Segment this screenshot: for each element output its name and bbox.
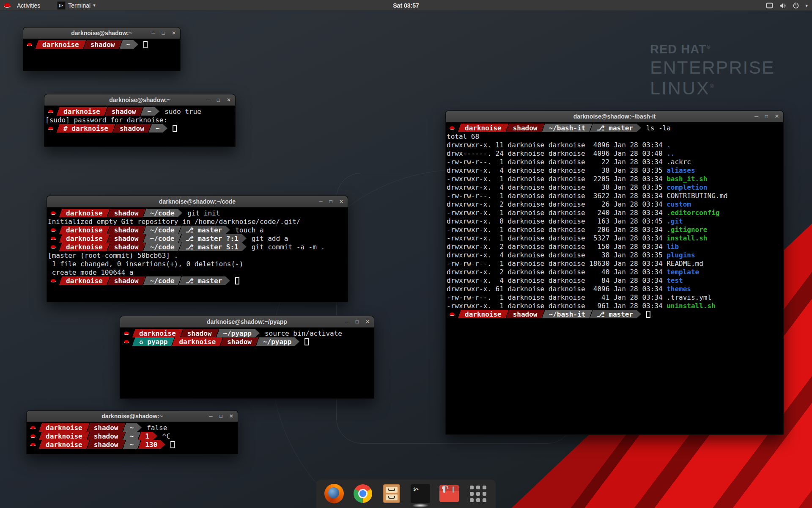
output-line: [sudo] password for darknoise: <box>45 116 234 124</box>
prompt-segment-user: darknoise <box>176 337 219 346</box>
prompt-separator <box>38 440 42 449</box>
terminal-content[interactable]: darknoiseshadow~falsedarknoiseshadow~1^C… <box>27 422 238 454</box>
minimize-button[interactable]: ─ <box>206 94 210 106</box>
firefox-icon[interactable] <box>324 483 344 504</box>
prompt-separator <box>86 432 91 440</box>
maximize-button[interactable]: □ <box>162 28 165 39</box>
close-button[interactable]: ✕ <box>365 316 370 328</box>
clock[interactable]: Sat 03:57 <box>393 2 419 9</box>
ls-row-filename: aliases <box>667 166 695 174</box>
ls-row-filename: themes <box>667 285 691 293</box>
command-text: source bin/activate <box>265 329 342 337</box>
prompt-segment-user: darknoise <box>42 440 86 449</box>
maximize-button[interactable]: □ <box>356 316 359 328</box>
terminal-window-code[interactable]: darknoise@shadow:~/code ─ □ ✕ darknoises… <box>47 196 348 302</box>
window-titlebar[interactable]: darknoise@shadow:~ ─ □ ✕ <box>44 94 235 106</box>
terminal-content[interactable]: darknoiseshadow~sudo true[sudo] password… <box>44 106 235 146</box>
minimize-button[interactable]: ─ <box>319 196 323 207</box>
minimize-button[interactable]: ─ <box>754 111 758 122</box>
window-titlebar[interactable]: darknoise@shadow:~ ─ □ ✕ <box>27 411 238 422</box>
terminal-content[interactable]: darknoiseshadow~/bash-it⎇ masterls -lato… <box>446 122 783 434</box>
ls-row-meta: drwxrwxr-x. 4 darknoise darknoise 38 Jan… <box>447 251 667 259</box>
prompt-segment-path: ~ <box>126 423 137 432</box>
minimize-button[interactable]: ─ <box>151 28 155 39</box>
files-icon[interactable] <box>381 483 402 504</box>
terminal-content[interactable]: darknoiseshadow~/pyappsource bin/activat… <box>120 328 374 398</box>
prompt-separator <box>86 440 91 449</box>
window-titlebar[interactable]: darknoise@shadow:~ ─ □ ✕ <box>23 28 180 39</box>
maximize-button[interactable]: □ <box>329 196 332 207</box>
power-icon[interactable] <box>793 2 799 9</box>
prompt-separator <box>122 440 126 449</box>
close-button[interactable]: ✕ <box>227 94 231 106</box>
prompt-separator <box>178 243 182 251</box>
focused-app-menu[interactable]: $> Terminal ▾ <box>57 1 95 10</box>
ls-row-meta: drwxrwxr-x. 4 darknoise darknoise 84 Jan… <box>447 276 667 284</box>
redhat-prompt-icon <box>45 107 55 116</box>
chrome-icon[interactable] <box>353 483 373 504</box>
prompt-separator <box>122 432 126 440</box>
prompt-segment-host: shadow <box>510 124 541 132</box>
prompt-segment-user: darknoise <box>136 329 179 337</box>
prompt-separator <box>112 124 116 133</box>
ls-row-filename: . <box>667 141 671 149</box>
terminal-window-bash-it[interactable]: darknoise@shadow:~/bash-it ─ □ ✕ darknoi… <box>445 110 784 435</box>
chevron-down-icon[interactable]: ▾ <box>805 3 808 8</box>
activities-button[interactable]: Activities <box>14 2 43 9</box>
close-button[interactable]: ✕ <box>339 196 343 207</box>
prompt-separator <box>161 440 165 449</box>
minimize-button[interactable]: ─ <box>345 316 349 328</box>
prompt-separator <box>106 243 111 251</box>
window-titlebar[interactable]: darknoise@shadow:~/pyapp ─ □ ✕ <box>120 316 374 328</box>
toolbox-icon[interactable] <box>439 483 459 504</box>
prompt-segment-user: # darknoise <box>60 124 112 133</box>
prompt-segment-git: ⎇ master <box>182 226 225 234</box>
prompt-separator <box>137 423 142 432</box>
terminal-content[interactable]: darknoiseshadow~ <box>23 39 180 71</box>
app-grid-icon[interactable] <box>468 483 488 504</box>
output-line: drwxrwxr-x. 4 darknoise darknoise 38 Jan… <box>447 166 782 174</box>
volume-icon[interactable] <box>779 3 787 9</box>
terminal-content[interactable]: darknoiseshadow~/codegit initInitialized… <box>47 207 348 302</box>
prompt-segment-user: darknoise <box>39 40 82 49</box>
output-line: drwxrwxr-x. 4 darknoise darknoise 84 Jan… <box>447 276 782 284</box>
prompt-separator <box>140 107 144 116</box>
maximize-button[interactable]: □ <box>765 111 768 122</box>
prompt-line: darknoiseshadow~false <box>27 423 237 432</box>
redhat-prompt-icon <box>48 276 58 285</box>
close-button[interactable]: ✕ <box>229 411 233 422</box>
terminal-cursor <box>304 338 309 345</box>
output-line: drwxrwxr-x. 4 darknoise darknoise 38 Jan… <box>447 183 782 191</box>
output-text: [master (root-commit) 50bcb63] . <box>48 251 178 260</box>
terminal-window-home-small[interactable]: darknoise@shadow:~ ─ □ ✕ darknoiseshadow… <box>23 27 181 71</box>
ls-row-meta: -rwxrwxr-x. 1 darknoise darknoise 206 Ja… <box>447 226 667 234</box>
prompt-separator <box>137 440 142 449</box>
prompt-separator <box>255 337 260 346</box>
prompt-separator <box>636 124 641 132</box>
prompt-separator <box>137 432 142 440</box>
maximize-button[interactable]: □ <box>217 94 220 106</box>
prompt-separator <box>142 243 147 251</box>
output-line: drwxrwxr-x. 61 darknoise darknoise 4096 … <box>447 284 782 293</box>
prompt-segment-path: ~ <box>123 40 134 49</box>
output-line: -rwxrwxr-x. 1 darknoise darknoise 2205 J… <box>447 174 782 183</box>
window-titlebar[interactable]: darknoise@shadow:~/bash-it ─ □ ✕ <box>446 111 783 122</box>
prompt-segment-user: darknoise <box>63 234 106 243</box>
window-titlebar[interactable]: darknoise@shadow:~/code ─ □ ✕ <box>47 196 348 207</box>
prompt-segment-git: ⎇ master <box>182 276 225 285</box>
prompt-separator <box>242 234 247 243</box>
terminal-window-pyapp[interactable]: darknoise@shadow:~/pyapp ─ □ ✕ darknoise… <box>120 316 374 399</box>
terminal-icon[interactable]: $> <box>410 483 431 504</box>
ls-row-filename: .editorconfig <box>667 209 719 217</box>
output-text: 1 file changed, 0 insertions(+), 0 delet… <box>48 260 243 268</box>
terminal-window-sudo[interactable]: darknoise@shadow:~ ─ □ ✕ darknoiseshadow… <box>44 94 236 147</box>
terminal-window-exit-codes[interactable]: darknoise@shadow:~ ─ □ ✕ darknoiseshadow… <box>26 410 238 454</box>
desktop-background: RED HAT® ENTERPRISE LINUX® Activities $>… <box>0 0 812 508</box>
prompt-separator <box>178 226 182 234</box>
screen-icon[interactable] <box>766 3 773 9</box>
maximize-button[interactable]: □ <box>219 411 222 422</box>
close-button[interactable]: ✕ <box>172 28 176 39</box>
prompt-separator <box>636 310 641 318</box>
minimize-button[interactable]: ─ <box>209 411 213 422</box>
close-button[interactable]: ✕ <box>775 111 779 122</box>
